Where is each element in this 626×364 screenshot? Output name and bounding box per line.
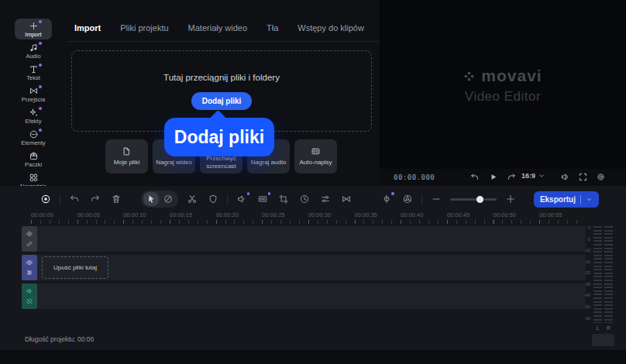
preview-controls-bar: 00:00.000 16:9 xyxy=(380,169,626,186)
tabs-divider xyxy=(67,41,380,42)
track-header[interactable] xyxy=(22,226,37,252)
action-card-label: Przechwyć screencast xyxy=(200,155,242,170)
cursor-icon xyxy=(146,194,156,204)
toolbar-divider xyxy=(227,194,228,204)
ruler-label: 00:00:40 xyxy=(401,211,447,218)
record-icon xyxy=(40,194,51,204)
transitions-icon xyxy=(29,86,39,96)
timeline-ruler[interactable]: 00:00:0000:00:0500:00:1000:00:1500:00:20… xyxy=(31,211,586,224)
timeline-drop-target[interactable]: Upuść pliki tutaj xyxy=(42,256,108,279)
marker-icon xyxy=(208,194,218,204)
record-button[interactable] xyxy=(39,192,53,206)
ruler-label: 00:00:15 xyxy=(170,211,216,218)
sidebar-item-label: Import xyxy=(25,31,41,38)
settings-button[interactable] xyxy=(596,172,606,182)
ruler-label: 00:00:10 xyxy=(123,211,170,218)
sidebar-item-label: Elementy xyxy=(21,139,45,146)
zoom-out-button[interactable] xyxy=(429,192,443,206)
marker-button[interactable] xyxy=(206,192,220,206)
redo-button[interactable] xyxy=(88,192,102,206)
track-lane[interactable] xyxy=(37,226,586,252)
transitions-button[interactable] xyxy=(339,192,353,206)
eye-icon[interactable] xyxy=(26,259,33,266)
track-row-audio xyxy=(22,283,586,309)
skip-back-button[interactable] xyxy=(470,172,480,182)
sidebar-item-przejscia[interactable]: Przejścia xyxy=(15,84,52,105)
split-button[interactable] xyxy=(185,192,199,206)
captions-button[interactable] xyxy=(256,192,270,206)
transport-controls xyxy=(470,172,517,182)
disable-tool-button[interactable] xyxy=(160,192,176,206)
meter-scale-label: 0 xyxy=(588,226,590,231)
track-lane[interactable] xyxy=(37,283,586,309)
sidebar-item-efekty[interactable]: Efekty xyxy=(15,105,52,126)
tab-tla[interactable]: Tła xyxy=(267,23,278,33)
sidebar: Import Audio Tekst Przejścia Efekty Elem… xyxy=(0,0,67,186)
action-card-label: Auto-napisy xyxy=(298,159,333,167)
package-icon xyxy=(29,151,39,161)
redo-icon xyxy=(90,194,101,204)
sidebar-item-label: Efekty xyxy=(26,118,42,125)
color-adjustments-button[interactable] xyxy=(401,192,414,206)
speaker-icon[interactable] xyxy=(26,287,33,295)
add-files-button[interactable]: Dodaj pliki xyxy=(191,92,253,110)
action-card-label: Nagraj audio xyxy=(249,159,287,167)
timecode: 00:00.000 xyxy=(394,173,435,181)
import-tabs: ImportPliki projektuMateriały wideoTłaWs… xyxy=(74,23,364,33)
ruler-label: 00:00:55 xyxy=(539,211,586,218)
meter-bars xyxy=(593,226,613,323)
sidebar-item-paczki[interactable]: Paczki xyxy=(15,149,52,170)
clip-speed-button[interactable] xyxy=(298,192,311,206)
adjustments-button[interactable] xyxy=(318,192,332,206)
volume-icon xyxy=(236,194,247,204)
sidebar-item-tekst[interactable]: Tekst xyxy=(15,62,52,83)
track-row-extra xyxy=(22,226,586,252)
tab-pliki-projektu[interactable]: Pliki projektu xyxy=(120,23,168,33)
tooltip-label: Dodaj pliki xyxy=(174,127,264,148)
slash-icon xyxy=(163,194,174,204)
meter-scale-label: -5 xyxy=(586,238,590,242)
track-header[interactable] xyxy=(22,283,37,309)
skip-forward-button[interactable] xyxy=(507,172,517,182)
tab-import[interactable]: Import xyxy=(74,23,101,33)
aspect-ratio-value: 16:9 xyxy=(521,172,535,180)
audio-fade-button[interactable] xyxy=(235,192,249,206)
tab-wstepy-do-klipow[interactable]: Wstępy do klipów xyxy=(298,23,364,33)
effects-icon xyxy=(29,108,39,118)
meter-scale-label: -30 xyxy=(584,283,590,287)
sidebar-item-elementy[interactable]: Elementy xyxy=(15,127,52,148)
volume-button[interactable] xyxy=(560,172,570,182)
tab-materialy-wideo[interactable]: Materiały wideo xyxy=(188,23,247,33)
track-tools-icon[interactable] xyxy=(26,269,33,276)
link-off-icon[interactable] xyxy=(26,297,33,305)
action-moje-pliki[interactable]: Moje pliki xyxy=(105,139,148,173)
ruler-label: 00:00:35 xyxy=(355,211,401,218)
track-header[interactable] xyxy=(22,255,37,280)
export-label: Eksportuj xyxy=(540,195,576,204)
eye-icon[interactable] xyxy=(26,230,33,238)
audio-levels-button[interactable] xyxy=(380,192,394,206)
meter-bar-right xyxy=(604,226,613,323)
undo-button[interactable] xyxy=(67,192,81,206)
zoom-in-button[interactable] xyxy=(504,192,518,206)
sidebar-item-import[interactable]: Import xyxy=(15,19,52,39)
track-lane[interactable]: Upuść pliki tutaj xyxy=(37,255,586,280)
crop-button[interactable] xyxy=(277,192,291,206)
aspect-ratio-selector[interactable]: 16:9 xyxy=(521,172,545,180)
select-tool-button[interactable] xyxy=(143,192,159,206)
play-button[interactable] xyxy=(488,172,498,182)
sidebar-item-audio[interactable]: Audio xyxy=(15,40,52,61)
export-button[interactable]: Eksportuj xyxy=(534,191,599,208)
meter-scale-label: -20 xyxy=(584,271,590,276)
adjust-icon xyxy=(320,194,331,204)
meter-channel-label: R xyxy=(604,325,613,331)
timeline-zoom-slider[interactable] xyxy=(450,194,497,204)
slider-thumb[interactable] xyxy=(476,196,483,203)
delete-button[interactable] xyxy=(109,192,123,206)
link-icon[interactable] xyxy=(26,240,33,248)
meter-channel-label: L xyxy=(593,325,602,331)
fullscreen-button[interactable] xyxy=(578,172,588,182)
crop-icon xyxy=(278,194,289,204)
meter-scale-label: -10 xyxy=(584,249,590,253)
action-auto-napisy[interactable]: Auto-napisy xyxy=(294,139,337,173)
